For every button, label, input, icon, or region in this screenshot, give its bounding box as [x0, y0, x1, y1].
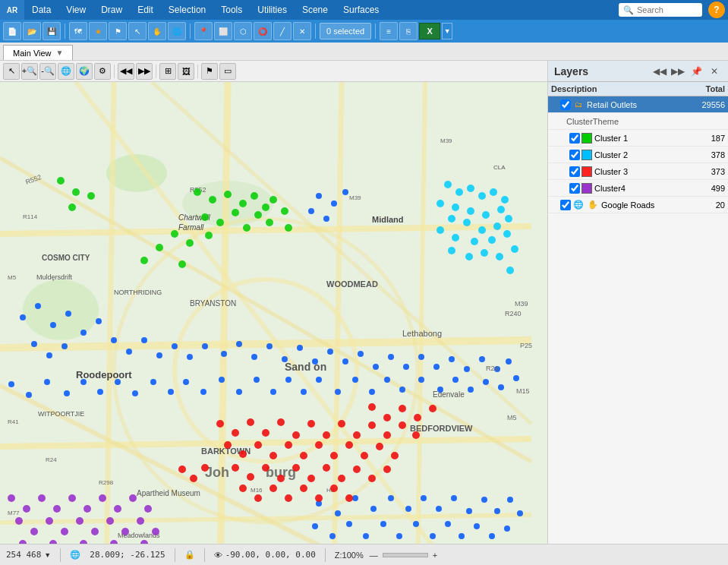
layer-cluster-2[interactable]: Cluster 2 378: [548, 147, 728, 163]
svg-point-231: [338, 420, 345, 428]
help-button[interactable]: ?: [708, 2, 725, 18]
svg-point-241: [285, 441, 292, 449]
map-grid[interactable]: ⊞: [159, 63, 176, 80]
svg-point-167: [483, 379, 489, 385]
svg-point-177: [316, 377, 322, 383]
tb-copy[interactable]: ⎘: [399, 22, 418, 40]
layers-collapse-right[interactable]: ▶▶: [670, 64, 685, 79]
map-forward[interactable]: ▶▶: [136, 63, 153, 80]
tb-pan[interactable]: ✋: [148, 22, 166, 40]
tb-cursor[interactable]: ↖: [128, 22, 147, 40]
svg-point-112: [251, 192, 258, 200]
tab-dropdown[interactable]: ▼: [56, 49, 64, 57]
svg-point-162: [479, 356, 485, 362]
map-zoom-in[interactable]: +🔍: [21, 63, 38, 80]
layer-name-retail: Retail Outlets: [587, 100, 695, 109]
tb-select-line[interactable]: ╱: [273, 22, 292, 40]
tb-excel-dropdown[interactable]: ▼: [442, 23, 452, 39]
tb-sep-3: [315, 24, 316, 39]
layer-cluster-4[interactable]: Cluster4 499: [548, 180, 728, 197]
layer-cluster-theme[interactable]: ClusterTheme: [548, 113, 728, 130]
menu-selection[interactable]: Selection: [161, 0, 213, 20]
menu-edit[interactable]: Edit: [130, 0, 161, 20]
menu-utilities[interactable]: Utilities: [250, 0, 295, 20]
tb-table[interactable]: ≡: [380, 22, 398, 40]
svg-point-210: [504, 526, 510, 532]
menu-data[interactable]: Data: [24, 0, 58, 20]
map-flag[interactable]: ⚑: [201, 63, 218, 80]
tb-select-rect[interactable]: ⬜: [214, 22, 232, 40]
layer-google-roads[interactable]: 🌐 ✋ Google Roads 20: [548, 197, 728, 213]
svg-text:M39: M39: [515, 300, 528, 308]
svg-point-287: [30, 528, 38, 535]
tb-globe[interactable]: 🌐: [168, 22, 186, 40]
map-back[interactable]: ◀◀: [118, 63, 134, 80]
xy-dropdown[interactable]: ▼: [44, 551, 51, 559]
svg-point-143: [187, 354, 193, 360]
menu-surfaces[interactable]: Surfaces: [336, 0, 386, 20]
layers-header: Layers ◀◀ ▶▶ 📌 ✕: [548, 61, 728, 82]
svg-point-292: [106, 517, 114, 525]
svg-point-229: [307, 420, 315, 428]
menu-view[interactable]: View: [58, 0, 93, 20]
zoom-minus[interactable]: —: [370, 551, 378, 560]
menu-tools[interactable]: Tools: [213, 0, 250, 20]
svg-point-79: [467, 185, 474, 192]
svg-point-212: [474, 523, 480, 529]
map-canvas[interactable]: R552 R552 M39 M39 CLA R114 M5 R55 M37 ©G…: [0, 82, 547, 544]
map-extra[interactable]: ▭: [219, 63, 236, 80]
tb-select-poly[interactable]: ⬡: [234, 22, 252, 40]
svg-point-288: [46, 517, 53, 525]
svg-point-267: [300, 485, 307, 492]
map-globe1[interactable]: 🌐: [58, 63, 74, 80]
checkbox-google-roads[interactable]: [560, 200, 571, 210]
map-image[interactable]: 🖼: [178, 63, 194, 80]
svg-point-120: [243, 224, 251, 232]
search-box: 🔍: [619, 3, 702, 17]
checkbox-cluster-2[interactable]: [569, 150, 580, 160]
tb-select-circle[interactable]: ⭕: [254, 22, 272, 40]
tb-new[interactable]: 📄: [3, 22, 21, 40]
map-zoom-out[interactable]: -🔍: [39, 63, 56, 80]
svg-point-286: [15, 517, 23, 525]
checkbox-cluster-3[interactable]: [569, 166, 580, 177]
menu-scene[interactable]: Scene: [295, 0, 336, 20]
layers-close[interactable]: ✕: [707, 64, 722, 79]
layers-collapse-left[interactable]: ◀◀: [652, 64, 667, 79]
tb-map[interactable]: 🗺: [69, 22, 87, 40]
layer-cluster-1[interactable]: Cluster 1 187: [548, 130, 728, 147]
main-view-tab[interactable]: Main View ▼: [3, 45, 73, 60]
svg-text:CLA: CLA: [493, 164, 506, 171]
status-sep-2: [175, 548, 175, 562]
tb-pin[interactable]: 📍: [194, 22, 213, 40]
svg-point-172: [399, 387, 405, 393]
checkbox-cluster-1[interactable]: [569, 133, 580, 144]
checkbox-retail-outlets[interactable]: [560, 99, 571, 110]
svg-point-270: [345, 494, 353, 502]
search-input[interactable]: [637, 5, 698, 14]
layer-retail-outlets[interactable]: 🗂 Retail Outlets 29556: [548, 96, 728, 113]
tb-open[interactable]: 📂: [23, 22, 41, 40]
map-settings[interactable]: ⚙: [94, 63, 111, 80]
tb-excel[interactable]: X: [419, 23, 440, 39]
svg-point-137: [61, 343, 68, 349]
tb-star[interactable]: ★: [89, 22, 107, 40]
zoom-plus[interactable]: +: [433, 551, 437, 560]
map-cursor-tool[interactable]: ↖: [3, 63, 20, 80]
layer-cluster-3[interactable]: Cluster 3 373: [548, 163, 728, 180]
tb-save[interactable]: 💾: [43, 22, 61, 40]
tab-label: Main View: [13, 49, 52, 58]
checkbox-cluster-4[interactable]: [569, 183, 580, 194]
tb-select-x[interactable]: ✕: [293, 22, 311, 40]
menu-draw[interactable]: Draw: [93, 0, 130, 20]
svg-point-118: [216, 219, 224, 226]
layers-pin[interactable]: 📌: [689, 64, 704, 79]
svg-point-262: [178, 466, 186, 473]
svg-text:WOODMEAD: WOODMEAD: [326, 279, 378, 289]
svg-point-3: [23, 279, 99, 340]
svg-point-83: [436, 200, 444, 207]
tb-flag[interactable]: ⚑: [109, 22, 127, 40]
map-globe2[interactable]: 🌍: [76, 63, 93, 80]
status-sep-4: [325, 548, 326, 562]
indicator-icon: 👁: [214, 551, 222, 560]
